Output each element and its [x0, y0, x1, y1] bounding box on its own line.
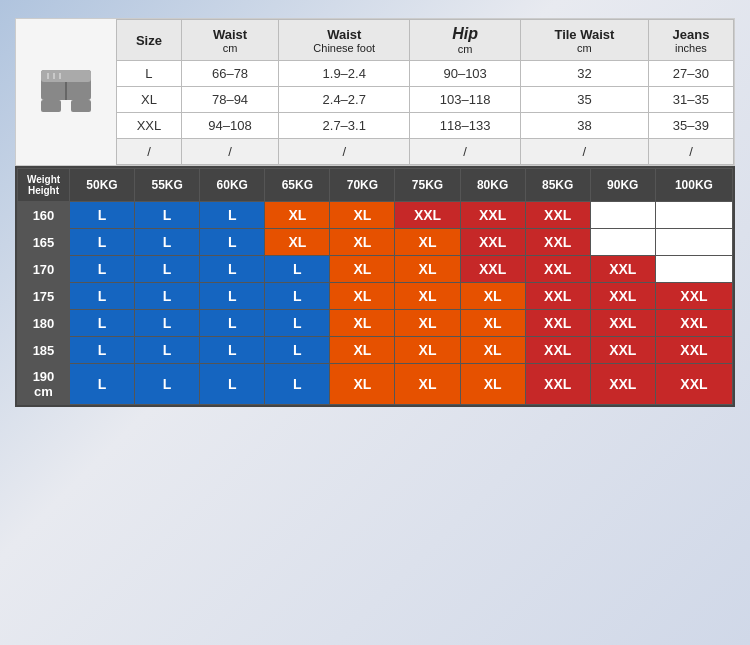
grid-cell: L — [70, 256, 135, 283]
grid-cell — [655, 256, 732, 283]
grid-cell: L — [135, 283, 200, 310]
height-label-6: 190cm — [18, 364, 70, 405]
grid-cell: L — [70, 364, 135, 405]
height-label-4: 180 — [18, 310, 70, 337]
grid-cell: XXL — [590, 337, 655, 364]
grid-cell: XXL — [655, 364, 732, 405]
main-container: SizeWaistcmWaistChinese footHipcmTile Wa… — [0, 0, 750, 645]
grid-cell: L — [200, 229, 265, 256]
grid-cell: L — [200, 202, 265, 229]
grid-table: WeightHeight50KG55KG60KG65KG70KG75KG80KG… — [17, 168, 733, 405]
grid-wrapper: WeightHeight50KG55KG60KG65KG70KG75KG80KG… — [15, 166, 735, 407]
ref-table-wrapper: SizeWaistcmWaistChinese footHipcmTile Wa… — [15, 18, 735, 166]
grid-cell: XL — [395, 256, 460, 283]
grid-cell: L — [70, 283, 135, 310]
grid-cell: L — [135, 310, 200, 337]
grid-cell: XXL — [525, 364, 590, 405]
grid-cell: XXL — [655, 283, 732, 310]
grid-cell: XXL — [460, 256, 525, 283]
grid-cell: XL — [330, 283, 395, 310]
grid-cell: XXL — [395, 202, 460, 229]
grid-cell: XL — [395, 310, 460, 337]
grid-cell: XL — [460, 364, 525, 405]
grid-cell: L — [265, 283, 330, 310]
grid-cell: XXL — [460, 202, 525, 229]
grid-cell: L — [135, 229, 200, 256]
grid-cell: L — [200, 337, 265, 364]
grid-cell — [590, 229, 655, 256]
grid-cell: L — [200, 256, 265, 283]
grid-cell: L — [70, 229, 135, 256]
weight-header-90KG: 90KG — [590, 169, 655, 202]
men-section — [16, 60, 116, 124]
grid-cell: L — [265, 256, 330, 283]
grid-cell: L — [265, 310, 330, 337]
grid-cell: XXL — [525, 310, 590, 337]
grid-cell: L — [135, 364, 200, 405]
grid-cell: XXL — [590, 256, 655, 283]
height-label-1: 165 — [18, 229, 70, 256]
grid-cell: L — [135, 337, 200, 364]
weight-header-80KG: 80KG — [460, 169, 525, 202]
height-label-3: 175 — [18, 283, 70, 310]
men-icon — [36, 65, 96, 115]
grid-cell: XL — [395, 229, 460, 256]
grid-cell — [590, 202, 655, 229]
grid-cell: XL — [395, 283, 460, 310]
grid-cell — [655, 202, 732, 229]
grid-cell: XXL — [655, 310, 732, 337]
grid-cell: XL — [395, 364, 460, 405]
grid-cell: XL — [265, 202, 330, 229]
grid-cell: L — [200, 283, 265, 310]
grid-cell: XL — [330, 364, 395, 405]
svg-rect-4 — [71, 100, 91, 112]
grid-cell: L — [70, 310, 135, 337]
grid-cell: L — [135, 202, 200, 229]
weight-header-70KG: 70KG — [330, 169, 395, 202]
weight-header-55KG: 55KG — [135, 169, 200, 202]
grid-cell: L — [265, 337, 330, 364]
grid-cell: XL — [395, 337, 460, 364]
weight-height-header: WeightHeight — [18, 169, 70, 202]
grid-cell: L — [200, 364, 265, 405]
height-label-5: 185 — [18, 337, 70, 364]
reference-table: SizeWaistcmWaistChinese footHipcmTile Wa… — [116, 19, 734, 165]
grid-cell: XXL — [525, 337, 590, 364]
grid-cell: XL — [330, 310, 395, 337]
grid-cell: L — [70, 202, 135, 229]
grid-cell: XL — [330, 229, 395, 256]
grid-cell: XL — [330, 202, 395, 229]
height-label-2: 170 — [18, 256, 70, 283]
grid-cell: L — [135, 256, 200, 283]
grid-cell: XXL — [525, 283, 590, 310]
grid-cell: XXL — [525, 229, 590, 256]
grid-cell — [655, 229, 732, 256]
grid-cell: XL — [330, 337, 395, 364]
grid-cell: L — [70, 337, 135, 364]
svg-rect-3 — [41, 100, 61, 112]
grid-cell: XXL — [655, 337, 732, 364]
grid-cell: L — [200, 310, 265, 337]
grid-cell: XL — [460, 310, 525, 337]
grid-cell: XL — [330, 256, 395, 283]
weight-header-85KG: 85KG — [525, 169, 590, 202]
grid-cell: XXL — [590, 310, 655, 337]
weight-header-75KG: 75KG — [395, 169, 460, 202]
weight-header-100KG: 100KG — [655, 169, 732, 202]
grid-cell: XL — [460, 337, 525, 364]
weight-header-65KG: 65KG — [265, 169, 330, 202]
grid-cell: XXL — [525, 202, 590, 229]
grid-cell: L — [265, 364, 330, 405]
grid-cell: XL — [460, 283, 525, 310]
grid-cell: XXL — [590, 283, 655, 310]
weight-header-60KG: 60KG — [200, 169, 265, 202]
grid-cell: XXL — [590, 364, 655, 405]
height-label-0: 160 — [18, 202, 70, 229]
grid-cell: XL — [265, 229, 330, 256]
grid-cell: XXL — [460, 229, 525, 256]
weight-header-50KG: 50KG — [70, 169, 135, 202]
grid-cell: XXL — [525, 256, 590, 283]
